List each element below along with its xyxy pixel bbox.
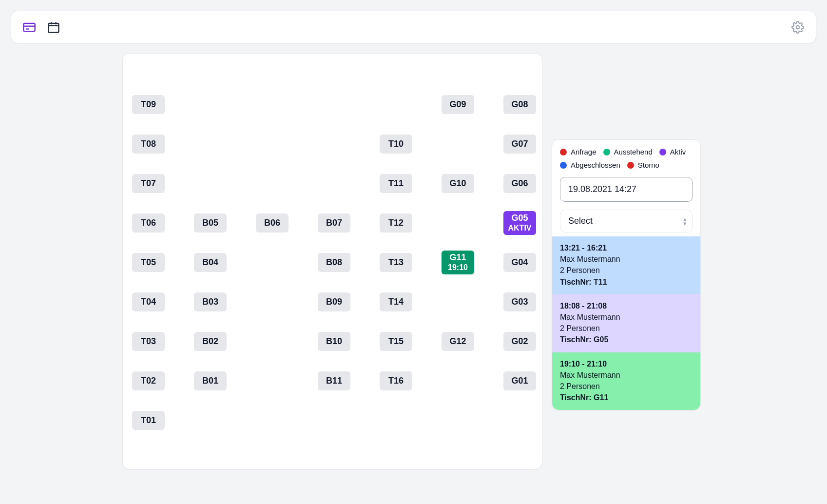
table-G03[interactable]: G03 [503,292,536,311]
topbar-left [20,18,63,37]
table-label: B06 [264,218,280,228]
table-T12[interactable]: T12 [380,213,412,233]
table-B08[interactable]: B08 [318,253,350,272]
legend-dot-icon [627,162,634,169]
table-label: G02 [511,336,528,347]
table-label: G01 [511,376,528,386]
svg-point-7 [796,25,800,29]
table-G10[interactable]: G10 [442,174,474,193]
table-B09[interactable]: B09 [318,292,350,311]
table-label: G08 [511,99,528,110]
table-T14[interactable]: T14 [380,292,412,311]
table-B05[interactable]: B05 [194,213,227,233]
table-B10[interactable]: B10 [318,332,350,351]
settings-button[interactable] [789,18,807,37]
legend-dot-icon [659,149,666,155]
reservation-table: TischNr: G11 [560,392,692,403]
table-T10[interactable]: T10 [380,135,412,154]
calendar-view-button[interactable] [44,18,63,37]
reservation-time: 19:10 - 21:10 [560,358,692,369]
reservation-time: 18:08 - 21:08 [560,300,692,311]
table-T03[interactable]: T03 [132,332,165,351]
table-G08[interactable]: G08 [503,95,536,114]
table-G01[interactable]: G01 [503,371,536,390]
table-label: G06 [511,178,528,189]
table-label: B09 [326,297,342,307]
table-label: G10 [449,178,466,189]
reservation-item[interactable]: 19:10 - 21:10Max Mustermann2 PersonenTis… [552,352,700,410]
table-label: B02 [202,336,218,347]
reservation-persons: 2 Personen [560,323,692,334]
table-T05[interactable]: T05 [132,253,165,272]
table-B06[interactable]: B06 [256,213,288,233]
table-T11[interactable]: T11 [380,174,412,193]
reservation-item[interactable]: 13:21 - 16:21Max Mustermann2 PersonenTis… [552,236,700,294]
legend-item: Storno [627,161,659,169]
table-T06[interactable]: T06 [132,213,165,233]
table-G02[interactable]: G02 [503,332,536,351]
table-T15[interactable]: T15 [380,332,412,351]
table-T09[interactable]: T09 [132,95,165,114]
card-view-button[interactable] [20,18,38,37]
legend-label: Aktiv [670,148,686,156]
table-label: B11 [326,376,342,386]
table-label: T08 [141,139,156,149]
table-label: G03 [511,297,528,307]
table-label: B03 [202,297,218,307]
table-label: T04 [141,297,156,307]
table-T08[interactable]: T08 [132,135,165,154]
table-T07[interactable]: T07 [132,174,165,193]
svg-rect-0 [23,23,35,31]
table-G12[interactable]: G12 [442,332,474,351]
table-T01[interactable]: T01 [132,411,165,430]
table-T16[interactable]: T16 [380,371,412,390]
reservation-name: Max Mustermann [560,253,692,265]
table-label: B04 [202,257,218,268]
table-label: G12 [449,336,466,347]
table-label: T01 [141,415,156,426]
table-B11[interactable]: B11 [318,371,350,390]
table-T02[interactable]: T02 [132,371,165,390]
table-label: T03 [141,336,156,347]
table-label: T06 [141,218,156,228]
table-label: T11 [388,178,404,189]
reservation-list: 13:21 - 16:21Max Mustermann2 PersonenTis… [552,236,700,410]
legend-dot-icon [603,149,610,155]
table-label: G07 [511,139,528,149]
table-label: B10 [326,336,342,347]
table-G11[interactable]: G1119:10 [442,251,474,274]
table-label: T05 [141,257,156,268]
reservations-panel: AnfrageAusstehendAktivAbgeschlossenStorn… [552,139,701,410]
table-label: B07 [326,218,342,228]
table-G05[interactable]: G05AKTIV [503,211,536,235]
reservation-persons: 2 Personen [560,265,692,276]
table-G06[interactable]: G06 [503,174,536,193]
table-B01[interactable]: B01 [194,371,227,390]
legend-label: Abgeschlossen [571,161,620,169]
table-B03[interactable]: B03 [194,292,227,311]
legend-item: Aktiv [659,148,686,156]
legend-label: Anfrage [571,148,596,156]
table-B02[interactable]: B02 [194,332,227,351]
reservation-time: 13:21 - 16:21 [560,242,692,253]
table-label: B05 [202,218,218,228]
reservation-persons: 2 Personen [560,381,692,392]
table-label: T15 [388,336,404,347]
reservation-item[interactable]: 18:08 - 21:08Max Mustermann2 PersonenTis… [552,294,700,352]
table-T04[interactable]: T04 [132,292,165,311]
svg-rect-3 [49,23,59,32]
table-B04[interactable]: B04 [194,253,227,272]
legend-dot-icon [560,149,567,155]
table-label: T12 [388,218,404,228]
filter-select[interactable]: Select [560,210,692,233]
table-label: T13 [388,257,404,268]
datetime-input[interactable] [560,177,692,202]
table-G04[interactable]: G04 [503,253,536,272]
reservation-table: TischNr: G05 [560,334,692,345]
table-subtext: AKTIV [508,223,532,233]
table-G09[interactable]: G09 [442,95,474,114]
table-label: G04 [511,257,528,268]
table-G07[interactable]: G07 [503,135,536,154]
table-B07[interactable]: B07 [318,213,350,233]
table-T13[interactable]: T13 [380,253,412,272]
